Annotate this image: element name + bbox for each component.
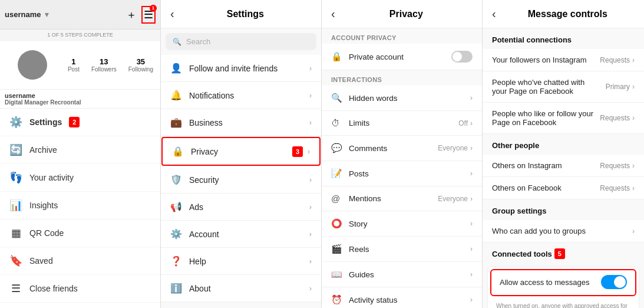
profile-stats: 1 Post 13 Followers 35 Following — [68, 57, 153, 73]
settings-header: ‹ Settings — [161, 0, 321, 28]
menu-item-interests[interactable]: ☆ Manage Interests — [0, 303, 160, 308]
menu-item-saved[interactable]: 🔖 Saved — [0, 247, 160, 275]
privacy-title: Privacy — [340, 9, 473, 19]
settings-item-ads[interactable]: 📢 Ads › — [161, 194, 321, 221]
activity-status-icon: ⏰ — [331, 294, 343, 305]
menu-item-activity-label: Your activity — [29, 173, 74, 182]
menu-icon[interactable]: ☰ 1 — [141, 6, 156, 24]
chevron-right-icon: › — [632, 114, 635, 122]
chevron-right-icon: › — [470, 119, 473, 127]
stat-following: 35 Following — [128, 57, 153, 73]
private-account-toggle[interactable] — [451, 51, 473, 63]
settings-item-business[interactable]: 💼 Business › — [161, 109, 321, 136]
menu-item-activity[interactable]: 👣 Your activity — [0, 164, 160, 192]
privacy-item-posts[interactable]: 📝 Posts › — [322, 161, 482, 186]
privacy-item-private-account[interactable]: 🔒 Private account — [322, 44, 482, 70]
menu-item-saved-label: Saved — [29, 256, 53, 266]
search-icon: 🔍 — [173, 38, 181, 46]
profile-name-area: username ▼ — [5, 10, 50, 19]
settings-item-account[interactable]: ⚙️ Account › — [161, 221, 321, 248]
notifications-icon: 🔔 — [170, 90, 182, 101]
settings-item-privacy[interactable]: 🔒 Privacy 3 › — [161, 137, 321, 166]
add-icon[interactable]: ＋ — [126, 8, 137, 22]
privacy-item-comments[interactable]: 💬 Comments Everyone › — [322, 136, 482, 161]
profile-header: username ▼ ＋ ☰ 1 — [0, 0, 160, 30]
activity-icon: 👣 — [9, 171, 22, 184]
hidden-words-icon: 🔍 — [331, 93, 343, 103]
menu-item-insights[interactable]: 📊 Insights — [0, 192, 160, 219]
chevron-right-icon: › — [470, 169, 473, 178]
allow-access-toggle[interactable] — [601, 275, 627, 289]
saved-icon: 🔖 — [9, 254, 22, 267]
settings-item-follow[interactable]: 👤 Follow and invite friends › — [161, 55, 321, 82]
privacy-item-mentions[interactable]: @ Mentions Everyone › — [322, 186, 482, 211]
settings-item-notifications[interactable]: 🔔 Notifications › — [161, 82, 321, 109]
menu-item-insights-label: Insights — [29, 201, 58, 210]
settings-search-placeholder: Search — [186, 37, 210, 46]
menu-item-close-friends[interactable]: ☰ Close friends — [0, 275, 160, 303]
profile-panel: username ▼ ＋ ☰ 1 1 OF 5 STEPS COMPLETE 1… — [0, 0, 161, 308]
chevron-right-icon: › — [632, 162, 635, 170]
settings-item-help[interactable]: ❓ Help › — [161, 248, 321, 275]
potential-connections-title: Potential connections — [483, 28, 644, 49]
messages-back-button[interactable]: ‹ — [492, 7, 496, 21]
settings-icon: ⚙️ — [9, 116, 22, 129]
lock-icon: 🔒 — [331, 51, 343, 62]
message-controls-header: ‹ Message controls — [483, 0, 644, 28]
privacy-item-guides[interactable]: 📖 Guides › — [322, 262, 482, 287]
menu-item-settings[interactable]: ⚙️ Settings 2 — [0, 109, 160, 136]
chevron-icon: › — [309, 119, 312, 127]
posts-icon: 📝 — [331, 168, 343, 179]
mentions-icon: @ — [331, 194, 343, 204]
msg-item-followers-instagram[interactable]: Your followers on Instagram Requests › — [483, 49, 644, 71]
chevron-right-icon: › — [470, 296, 473, 304]
chevron-right-icon: › — [632, 56, 635, 64]
guides-icon: 📖 — [331, 269, 343, 280]
group-settings-title: Group settings — [483, 199, 644, 220]
avatar — [18, 50, 47, 80]
privacy-item-limits[interactable]: ⏱ Limits Off › — [322, 111, 482, 136]
settings-list: 👤 Follow and invite friends › 🔔 Notifica… — [161, 55, 321, 308]
privacy-item-hidden-words[interactable]: 🔍 Hidden words › — [322, 86, 482, 111]
chevron-icon: › — [309, 230, 312, 238]
chevron-right-icon: › — [470, 245, 473, 253]
about-icon: ℹ️ — [170, 283, 182, 294]
allow-access-row: Allow access to messages — [490, 269, 636, 296]
privacy-item-activity-status[interactable]: ⏰ Activity status › — [322, 287, 482, 308]
settings-back-button[interactable]: ‹ — [170, 7, 174, 21]
msg-item-chatted-facebook[interactable]: People who've chatted with your Page on … — [483, 71, 644, 103]
msg-item-others-instagram[interactable]: Others on Instagram Requests › — [483, 155, 644, 177]
profile-header-icons: ＋ ☰ 1 — [126, 6, 156, 24]
privacy-section-account: Account privacy — [322, 28, 482, 44]
settings-panel: ‹ Settings 🔍 Search 👤 Follow and invite … — [161, 0, 322, 308]
menu-item-qrcode[interactable]: ▦ QR Code — [0, 219, 160, 247]
msg-item-like-follow-facebook[interactable]: People who like or follow your Page on F… — [483, 103, 644, 134]
qrcode-icon: ▦ — [9, 227, 22, 240]
message-controls-panel: ‹ Message controls Potential connections… — [483, 0, 644, 308]
chevron-icon: › — [309, 257, 312, 266]
settings-item-about[interactable]: ℹ️ About › — [161, 275, 321, 302]
chevron-right-icon: › — [632, 83, 635, 91]
allow-access-description: When turned on, anyone with approved acc… — [488, 299, 639, 308]
chevron-icon: › — [309, 64, 312, 73]
archive-icon: 🔄 — [9, 143, 22, 156]
reels-icon: 🎬 — [331, 244, 343, 254]
security-icon: 🛡️ — [170, 174, 182, 185]
msg-item-add-to-groups[interactable]: Who can add you to groups › — [483, 220, 644, 243]
privacy-item-reels[interactable]: 🎬 Reels › — [322, 237, 482, 262]
chevron-icon: › — [309, 203, 312, 211]
privacy-icon: 🔒 — [172, 146, 184, 157]
allow-access-label: Allow access to messages — [500, 278, 589, 287]
profile-bio: username Digital Manager Recroontal — [0, 90, 160, 109]
settings-item-security[interactable]: 🛡️ Security › — [161, 166, 321, 194]
privacy-back-button[interactable]: ‹ — [331, 7, 335, 21]
stat-posts: 1 Post — [68, 57, 80, 73]
msg-item-others-facebook[interactable]: Others on Facebook Requests › — [483, 177, 644, 199]
privacy-item-story[interactable]: ⭕ Story › — [322, 211, 482, 237]
other-people-title: Other people — [483, 134, 644, 155]
settings-search-box[interactable]: 🔍 Search — [166, 33, 316, 50]
business-icon: 💼 — [170, 117, 182, 128]
menu-item-archive[interactable]: 🔄 Archive — [0, 136, 160, 164]
profile-username: username — [5, 10, 41, 19]
limits-icon: ⏱ — [331, 118, 343, 128]
